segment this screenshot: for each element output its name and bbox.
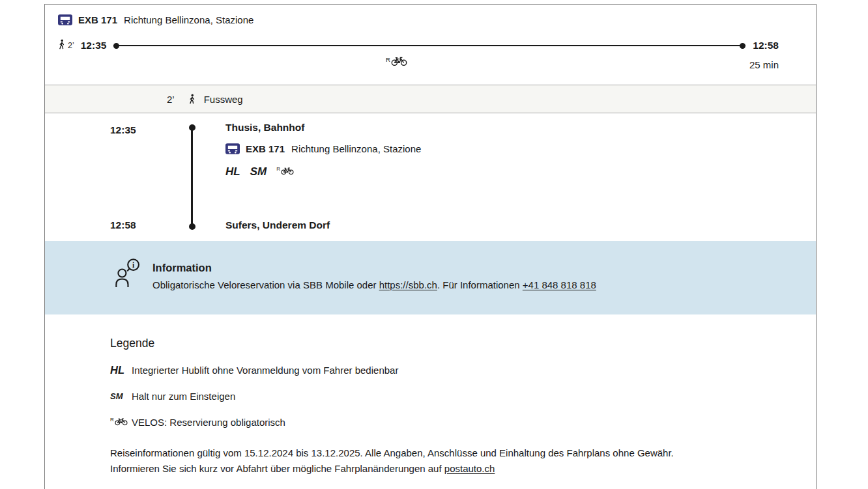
arrive-time: 12:58 xyxy=(110,219,136,231)
timeline-track xyxy=(113,45,745,46)
legend-text: VELOS: Reservierung obligatorisch xyxy=(132,417,285,428)
line-direction: Richtung Bellinzona, Stazione xyxy=(124,14,253,25)
journey-content: Thusis, Bahnhof EXB 171 Richtung Bellinz… xyxy=(225,122,421,178)
information-person-icon: i xyxy=(114,258,141,290)
bike-icon xyxy=(281,166,294,178)
info-title: Information xyxy=(152,262,777,274)
journey-panel: EXB 171 Richtung Bellinzona, Stazione 2’… xyxy=(44,4,817,489)
arrive-time: 12:58 xyxy=(753,40,779,51)
legend-note: Reiseinformationen gültig vom 15.12.2024… xyxy=(110,445,777,477)
line-direction: Richtung Bellinzona, Stazione xyxy=(291,143,421,154)
velo-reservation-icon: R xyxy=(386,56,407,69)
sbb-link[interactable]: https://sbb.ch xyxy=(379,279,437,290)
note-line-2: Informieren Sie sich kurz vor Abfahrt üb… xyxy=(110,461,777,477)
line-label: EXB 171 xyxy=(78,14,117,25)
legend-item-hl: HL Integrierter Hublift ohne Voranmeldun… xyxy=(110,364,777,376)
legend-code-sm: SM xyxy=(110,391,132,401)
walk-icon xyxy=(188,94,195,104)
legend-item-velos: R VELOS: Reservierung obligatorisch xyxy=(110,416,777,428)
velo-reservation-icon: R xyxy=(276,166,294,178)
bike-icon xyxy=(115,417,128,428)
walk-icon xyxy=(58,39,65,52)
depart-time: 12:35 xyxy=(110,124,136,136)
info-text-middle: . Für Informationen xyxy=(437,279,523,290)
bus-icon xyxy=(58,14,72,25)
info-body: Information Obligatorische Veloreservati… xyxy=(45,241,816,290)
velo-r-label: R xyxy=(110,417,114,423)
trip-header: EXB 171 Richtung Bellinzona, Stazione 2’… xyxy=(45,5,816,85)
trip-timeline: 2’ 12:35 12:58 xyxy=(58,39,779,52)
velo-r-label: R xyxy=(276,167,280,172)
journey-details: 12:35 12:58 Thusis, Bahnhof EXB 171 Rich… xyxy=(45,113,816,241)
phone-link[interactable]: +41 848 818 818 xyxy=(523,279,596,290)
transfer-label: Fussweg xyxy=(204,94,243,105)
journey-line-row: EXB 171 Richtung Bellinzona, Stazione xyxy=(225,143,421,154)
velo-r-label: R xyxy=(386,57,390,63)
legend-text: Halt nur zum Einsteigen xyxy=(132,391,235,402)
bus-icon xyxy=(225,143,240,154)
velo-reservation-icon: R xyxy=(110,417,132,428)
depart-stop: Thusis, Bahnhof xyxy=(225,122,421,133)
legend-text: Integrierter Hublift ohne Voranmeldung v… xyxy=(132,365,398,376)
transfer-duration: 2’ xyxy=(167,94,175,105)
transfer-row: 2’ Fussweg xyxy=(45,85,816,113)
legend-item-sm: SM Halt nur zum Einsteigen xyxy=(110,390,777,402)
info-text-before: Obligatorische Veloreservation via SBB M… xyxy=(152,279,379,290)
attribute-hl: HL xyxy=(225,165,240,178)
total-duration: 25 min xyxy=(749,59,779,70)
note-line-1: Reiseinformationen gültig vom 15.12.2024… xyxy=(110,445,777,461)
info-text: Obligatorische Veloreservation via SBB M… xyxy=(152,279,777,290)
timeline-end-dot xyxy=(740,43,745,49)
depart-time: 12:35 xyxy=(81,40,107,51)
attribute-sm: SM xyxy=(250,165,267,178)
info-banner: i Information Obligatorische Veloreserva… xyxy=(45,241,816,314)
legend-code-hl: HL xyxy=(110,364,132,376)
journey-attributes: HL SM R xyxy=(225,165,421,178)
postauto-link[interactable]: postauto.ch xyxy=(444,463,495,474)
trip-line-header: EXB 171 Richtung Bellinzona, Stazione xyxy=(58,14,779,25)
note-line-2-text: Informieren Sie sich kurz vor Abfahrt üb… xyxy=(110,463,444,474)
walk-duration: 2’ xyxy=(68,41,74,50)
bike-icon xyxy=(391,56,407,69)
route-line xyxy=(191,128,193,227)
svg-text:i: i xyxy=(132,260,135,270)
journey-detail-page: EXB 171 Richtung Bellinzona, Stazione 2’… xyxy=(0,0,868,489)
arrive-stop: Sufers, Underem Dorf xyxy=(225,219,330,231)
timeline-sub-row: R 25 min xyxy=(58,52,779,78)
legend-title: Legende xyxy=(110,337,777,350)
timeline-start-dot xyxy=(113,43,119,49)
legend: Legende HL Integrierter Hublift ohne Vor… xyxy=(45,314,816,477)
line-label: EXB 171 xyxy=(246,143,285,154)
